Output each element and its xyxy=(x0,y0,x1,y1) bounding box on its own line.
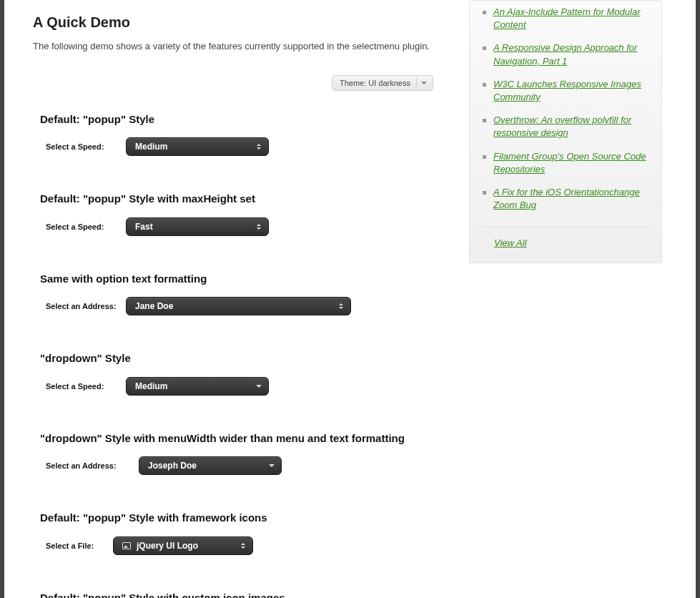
sidebar-item: W3C Launches Responsive Images Community xyxy=(483,73,649,109)
section-title: Same with option text formatting xyxy=(40,272,440,286)
chevron-down-icon xyxy=(268,464,275,467)
bullet-icon xyxy=(483,155,486,159)
view-all-link[interactable]: View All xyxy=(494,237,527,248)
sidebar-link-list: An Ajax-Include Pattern for Modular Cont… xyxy=(483,1,649,217)
demo-section-framework-icons: Default: "popup" Style with framework ic… xyxy=(40,511,440,555)
image-icon xyxy=(122,542,131,549)
chevron-down-icon xyxy=(255,385,262,388)
divider xyxy=(483,227,649,227)
demo-section-popup: Default: "popup" Style Select a Speed: M… xyxy=(40,112,440,157)
sidebar-item: Filament Group's Open Source Code Reposi… xyxy=(483,145,649,181)
select-value: jQuery UI Logo xyxy=(122,541,198,551)
sidebar: An Ajax-Include Pattern for Modular Cont… xyxy=(462,0,676,598)
chevron-down-icon xyxy=(421,82,427,84)
demo-section-custom-icons: Default: "popup" Style with custom icon … xyxy=(40,591,440,599)
demo-section-formatting: Same with option text formatting Select … xyxy=(40,272,440,316)
bullet-icon xyxy=(483,119,486,122)
updown-icon xyxy=(255,144,262,150)
section-title: Default: "popup" Style xyxy=(40,112,440,127)
main-column: A Quick Demo The following demo shows a … xyxy=(4,0,462,598)
sidebar-box: An Ajax-Include Pattern for Modular Cont… xyxy=(469,0,662,263)
intro-text: The following demo shows a variety of th… xyxy=(33,39,440,54)
field-label: Select a Speed: xyxy=(46,382,117,391)
field-label: Select an Address: xyxy=(46,461,130,470)
bullet-icon xyxy=(483,191,486,195)
sidebar-link[interactable]: An Ajax-Include Pattern for Modular Cont… xyxy=(493,6,649,31)
section-title: Default: "popup" Style with framework ic… xyxy=(40,511,440,525)
theme-select[interactable]: Theme: UI darkness xyxy=(332,75,433,91)
sidebar-item: A Responsive Design Approach for Navigat… xyxy=(483,36,649,72)
file-select-icons[interactable]: jQuery UI Logo xyxy=(113,536,253,555)
theme-select-label: Theme: UI darkness xyxy=(340,79,410,87)
sidebar-item: Overthrow: An overflow polyfill for resp… xyxy=(483,109,649,144)
separator xyxy=(416,78,417,88)
sidebar-link[interactable]: Filament Group's Open Source Code Reposi… xyxy=(493,150,649,176)
address-select-formatting[interactable]: Jane Doe xyxy=(126,297,351,315)
field-label: Select a File: xyxy=(46,541,104,550)
updown-icon xyxy=(255,224,262,230)
select-value: Joseph Doe xyxy=(148,461,197,471)
page-title: A Quick Demo xyxy=(33,14,440,31)
speed-select-popup[interactable]: Medium xyxy=(126,137,269,156)
section-title: Default: "popup" Style with custom icon … xyxy=(40,591,440,599)
sidebar-link[interactable]: W3C Launches Responsive Images Community xyxy=(493,78,649,104)
demo-section-dropdown: "dropdown" Style Select a Speed: Medium xyxy=(40,351,440,396)
select-value: Fast xyxy=(135,222,153,232)
updown-icon xyxy=(240,543,247,549)
bullet-icon xyxy=(483,46,486,50)
address-select-dropdown[interactable]: Joseph Doe xyxy=(139,456,282,475)
bullet-icon xyxy=(483,83,486,87)
sidebar-link[interactable]: A Fix for the iOS Orientationchange Zoom… xyxy=(493,186,649,212)
field-label: Select a Speed: xyxy=(46,222,117,231)
demo-section-dropdown-wide: "dropdown" Style with menuWidth wider th… xyxy=(40,431,440,476)
select-value: Jane Doe xyxy=(135,301,173,311)
speed-select-dropdown[interactable]: Medium xyxy=(126,377,269,396)
section-title: "dropdown" Style xyxy=(40,351,440,366)
select-value: Medium xyxy=(135,381,167,391)
section-title: "dropdown" Style with menuWidth wider th… xyxy=(40,431,440,446)
updown-icon xyxy=(337,303,345,309)
sidebar-item: A Fix for the iOS Orientationchange Zoom… xyxy=(483,181,649,217)
sidebar-link[interactable]: A Responsive Design Approach for Navigat… xyxy=(493,41,649,67)
bullet-icon xyxy=(483,11,486,14)
theme-bar: Theme: UI darkness xyxy=(33,75,440,91)
field-label: Select an Address: xyxy=(46,302,117,310)
select-value-text: jQuery UI Logo xyxy=(137,541,198,551)
sidebar-item: An Ajax-Include Pattern for Modular Cont… xyxy=(483,1,649,36)
speed-select-maxheight[interactable]: Fast xyxy=(126,217,269,236)
select-value: Medium xyxy=(135,142,167,152)
section-title: Default: "popup" Style with maxHeight se… xyxy=(40,192,440,206)
sidebar-link[interactable]: Overthrow: An overflow polyfill for resp… xyxy=(493,114,649,139)
demo-section-popup-maxheight: Default: "popup" Style with maxHeight se… xyxy=(40,192,440,236)
field-label: Select a Speed: xyxy=(46,142,117,151)
